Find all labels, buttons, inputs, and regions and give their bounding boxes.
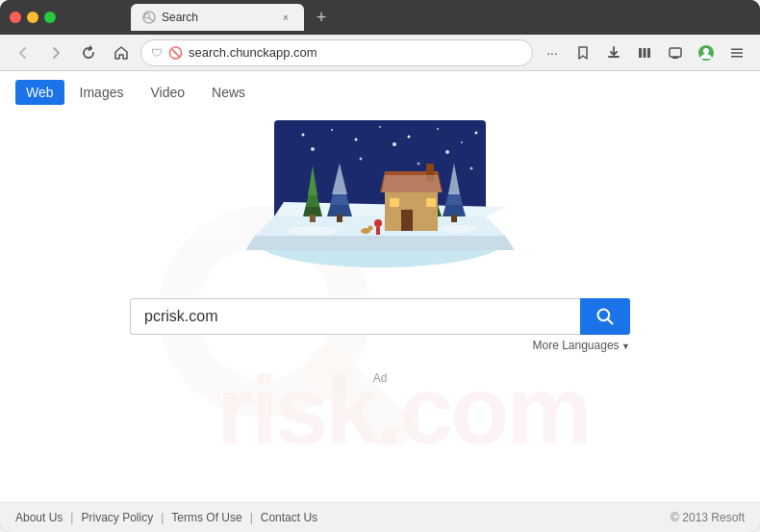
svg-point-28 [445,150,449,154]
address-bar[interactable]: 🛡 🚫 search.chunckapp.com [140,39,533,66]
svg-point-20 [408,136,411,139]
overflow-button[interactable]: ··· [539,39,566,66]
footer-privacy[interactable]: Privacy Policy [81,511,153,524]
svg-point-29 [470,167,473,170]
footer-sep-1: | [70,511,73,524]
shield-icon: 🛡 [151,46,163,60]
svg-rect-4 [644,48,646,58]
svg-rect-12 [731,56,743,58]
svg-point-16 [302,134,305,137]
traffic-lights [10,12,56,23]
svg-point-22 [461,141,463,143]
svg-point-24 [311,147,315,151]
navigation-bar: 🛡 🚫 search.chunckapp.com ··· [0,35,760,71]
sync-button[interactable] [662,39,689,66]
search-tabs: Web Images Video News [0,71,760,106]
svg-rect-61 [376,227,380,235]
footer-copyright: © 2013 Resoft [671,511,745,524]
svg-line-2 [149,18,153,22]
active-tab[interactable]: Search × [131,4,304,31]
svg-point-9 [703,48,709,54]
tab-bar: Search × + [54,4,412,31]
reload-button[interactable] [75,39,102,66]
svg-rect-56 [401,210,413,231]
svg-rect-37 [310,215,316,222]
tab-images[interactable]: Images [68,79,136,106]
hero-illustration [216,115,544,279]
svg-rect-7 [672,57,678,59]
footer-sep-3: | [250,511,253,524]
menu-button[interactable] [723,39,750,66]
svg-rect-42 [337,215,342,222]
profile-button[interactable] [693,39,720,66]
svg-rect-6 [670,48,681,57]
ad-label: Ad [373,371,388,385]
bookmark-button[interactable] [570,39,596,66]
nav-right-controls: ··· [539,39,750,66]
footer-terms[interactable]: Terms Of Use [171,511,241,524]
title-bar: Search × + [0,0,760,35]
svg-rect-5 [647,48,650,58]
main-area: More Languages Ad [0,106,760,502]
svg-marker-32 [245,236,515,250]
search-input[interactable] [130,298,580,335]
svg-point-65 [438,225,476,233]
back-button[interactable] [10,39,37,66]
svg-rect-51 [451,215,457,222]
svg-point-27 [418,163,420,165]
tab-title: Search [162,11,273,24]
tab-favicon [142,11,156,24]
svg-point-26 [393,142,396,146]
warning-icon: 🚫 [168,46,183,60]
page-content: risk.com Web Images Video News [0,71,760,532]
svg-point-25 [360,158,363,161]
svg-marker-59 [382,175,442,192]
search-button[interactable] [580,298,630,335]
svg-rect-57 [390,198,399,207]
svg-rect-3 [639,48,642,58]
svg-point-64 [289,226,337,236]
library-button[interactable] [631,39,658,66]
close-light[interactable] [10,12,21,23]
svg-rect-58 [426,198,436,207]
tab-close-button[interactable]: × [279,11,292,24]
svg-rect-10 [731,48,743,50]
tab-news[interactable]: News [200,79,257,106]
home-button[interactable] [108,39,135,66]
svg-point-63 [368,226,373,231]
search-row [130,298,630,335]
svg-point-17 [331,129,333,131]
url-text: search.chunckapp.com [189,45,522,60]
tab-video[interactable]: Video [139,79,196,106]
svg-point-18 [355,139,358,141]
footer-contact[interactable]: Contact Us [261,511,317,524]
svg-line-67 [608,319,613,324]
forward-button[interactable] [42,39,69,66]
svg-point-21 [437,128,439,130]
browser-window: Search × + 🛡 🚫 search.chunckapp.com ··· [0,0,760,532]
download-button[interactable] [600,39,627,66]
svg-point-19 [379,126,381,128]
svg-point-60 [374,219,382,227]
new-tab-button[interactable]: + [308,4,335,31]
footer-links: About Us | Privacy Policy | Terms Of Use… [15,511,317,524]
svg-point-23 [475,132,478,135]
svg-rect-11 [731,52,743,54]
tab-web[interactable]: Web [15,80,64,105]
footer-sep-2: | [161,511,164,524]
search-container: More Languages [130,298,630,352]
footer: About Us | Privacy Policy | Terms Of Use… [0,502,760,532]
minimize-light[interactable] [27,12,38,23]
more-languages-link[interactable]: More Languages [533,339,631,352]
footer-about[interactable]: About Us [15,511,63,524]
